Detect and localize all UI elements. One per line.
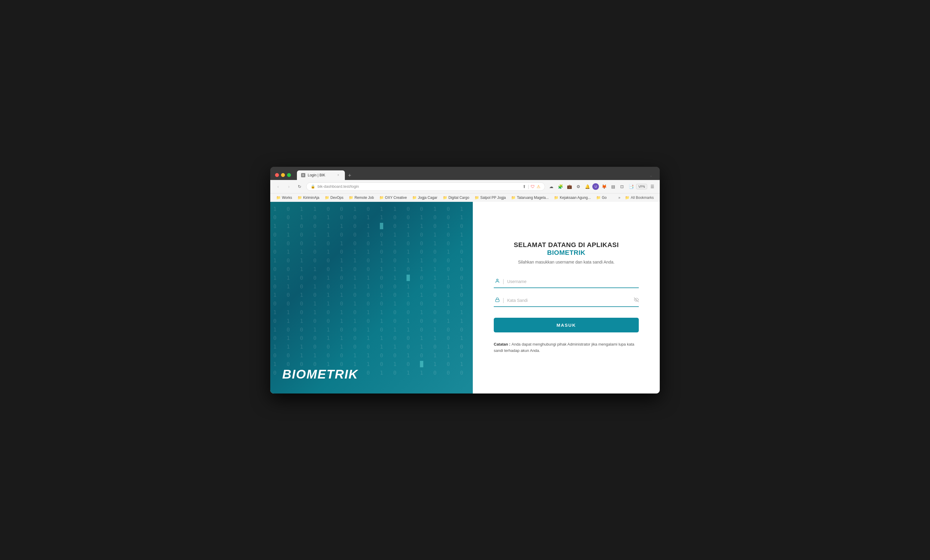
vpn-button[interactable]: VPN (636, 184, 647, 189)
all-bookmarks-button[interactable]: 📁 All Bookmarks (623, 195, 656, 201)
forward-button[interactable]: › (285, 182, 293, 191)
folder-icon: 📁 (349, 195, 353, 200)
bookmark-digital[interactable]: 📁 Digital Cargo (440, 195, 471, 201)
bookmarks-more-button[interactable]: » (617, 195, 622, 201)
svg-rect-1 (496, 300, 499, 302)
nav-bar: ‹ › ↻ 🔒 bik-dashboard.test/login ⬆ | 🛡 ⚠… (270, 180, 660, 193)
all-bookmarks-label: All Bookmarks (631, 195, 654, 200)
flame-icon[interactable]: 🦊 (600, 183, 608, 191)
password-input-group: | (494, 294, 639, 307)
warning-icon: ⚠ (537, 184, 540, 189)
user-icon (494, 278, 500, 285)
bookmarks-bar: 📁 Works 📁 KiriminAja 📁 DevOps 📁 Remote J… (270, 193, 660, 202)
active-tab[interactable]: B Login | BIK × (297, 171, 345, 180)
minimize-button[interactable] (281, 173, 285, 177)
left-panel: 1 0 1 1 0 0 1 0 1 1 0 0 1 0 1 1 0 0 1 0 … (270, 202, 473, 394)
back-button[interactable]: ‹ (274, 182, 282, 191)
notification-icon[interactable]: 🔔 (584, 183, 591, 191)
right-panel: SELAMAT DATANG DI APLIKASI BIOMETRIK Sil… (473, 202, 660, 394)
username-input[interactable] (507, 279, 639, 284)
url-path: /login (350, 184, 359, 189)
lock-icon (494, 297, 500, 303)
welcome-subtitle: Silahkan masukkan username dan kata sand… (494, 260, 639, 265)
folder-icon: 📁 (325, 195, 329, 200)
close-button[interactable] (275, 173, 279, 177)
menu-icon[interactable]: ☰ (648, 183, 656, 191)
bookmark-kejaksaan[interactable]: 📁 Kejaksaan Agung... (551, 195, 593, 201)
app-title-left: BIOMETRIK (282, 367, 358, 382)
bookmark-go[interactable]: 📁 Go (594, 195, 609, 201)
note-body: Anda dapat menghubungi pihak Administrat… (494, 342, 634, 353)
welcome-text: SELAMAT DATANG DI APLIKASI (514, 241, 619, 249)
folder-icon: 📁 (554, 195, 559, 200)
bookmark-jogja[interactable]: 📁 Jogja Cagar (410, 195, 440, 201)
bookmark-tataruang[interactable]: 📁 Tataruang Magela... (509, 195, 551, 201)
folder-icon: 📁 (474, 195, 479, 200)
bookmark-satpol[interactable]: 📁 Satpol PP Jogja (472, 195, 508, 201)
title-bar: B Login | BIK × + ⌄ (270, 167, 660, 180)
folder-icon: 📁 (443, 195, 447, 200)
bookmark-label: DevOps (331, 195, 343, 200)
bookmark-devops[interactable]: 📁 DevOps (322, 195, 346, 201)
folder-icon: 📁 (511, 195, 516, 200)
tab-favicon: B (301, 173, 305, 177)
share-icon[interactable]: ⬆ (522, 184, 526, 189)
binary-background: 1 0 1 1 0 0 1 0 1 1 0 0 1 0 1 1 0 0 1 0 … (270, 202, 473, 394)
folder-icon: 📁 (297, 195, 302, 200)
lock-icon: 🔒 (311, 185, 315, 189)
toggle-password-icon[interactable] (634, 297, 639, 303)
bookmark-label: Satpol PP Jogja (480, 195, 506, 200)
tabs-row: B Login | BIK × + (297, 171, 644, 180)
bookmark-label: Go (602, 195, 607, 200)
bookmark-label: Digital Cargo (448, 195, 469, 200)
note-text: Catatan : Anda dapat menghubungi pihak A… (494, 342, 639, 354)
input-divider: | (503, 297, 504, 303)
password-input[interactable] (507, 298, 634, 303)
sidebar-icon[interactable]: ▤ (609, 183, 617, 191)
bookmark-works[interactable]: 📁 Works (274, 195, 294, 201)
tab-close-button[interactable]: × (336, 173, 341, 178)
bookmark-label: Tataruang Magela... (517, 195, 548, 200)
page-content: 1 0 1 1 0 0 1 0 1 1 0 0 1 0 1 1 0 0 1 0 … (270, 202, 660, 394)
folder-icon: 📁 (596, 195, 601, 200)
welcome-heading: SELAMAT DATANG DI APLIKASI BIOMETRIK (494, 241, 639, 257)
svg-point-0 (496, 279, 498, 281)
traffic-lights (275, 173, 291, 177)
refresh-button[interactable]: ↻ (296, 182, 304, 191)
tab-title: Login | BIK (308, 173, 325, 177)
folder-icon: 📁 (625, 195, 630, 200)
url-base: bik-dashboard.test (317, 184, 350, 189)
note-label: Catatan : (494, 342, 511, 346)
extensions-icon[interactable]: 🧩 (556, 183, 564, 191)
welcome-highlight: BIOMETRIK (547, 249, 585, 256)
wallet-icon[interactable]: 💼 (565, 183, 573, 191)
cloud-icon[interactable]: ☁ (547, 183, 555, 191)
folder-icon: 📁 (412, 195, 417, 200)
address-bar[interactable]: 🔒 bik-dashboard.test/login ⬆ | 🛡 ⚠ (306, 182, 545, 191)
settings-icon[interactable]: ⚙ (574, 183, 582, 191)
input-divider: | (503, 278, 504, 285)
folder-icon: 📁 (379, 195, 384, 200)
bookmark-label: Works (282, 195, 292, 200)
username-input-group: | (494, 275, 639, 288)
browser-window: B Login | BIK × + ⌄ ‹ › ↻ 🔒 bik-dashboar… (270, 167, 660, 394)
bookmark-label: KiriminAja (303, 195, 319, 200)
profile-icon[interactable]: U (592, 183, 599, 190)
bookmark-remotejob[interactable]: 📁 Remote Job (346, 195, 376, 201)
bookmark-oxy[interactable]: 📁 OXY Creative (377, 195, 409, 201)
bookmark-label: Kejaksaan Agung... (560, 195, 591, 200)
chevron-down-icon[interactable]: ⌄ (647, 171, 655, 179)
address-actions: ⬆ | 🛡 ⚠ (522, 184, 541, 189)
bookmark-label: OXY Creative (385, 195, 407, 200)
bookmark-kiriminaja[interactable]: 📁 KiriminAja (295, 195, 322, 201)
new-tab-button[interactable]: + (345, 172, 354, 180)
bookmark-label: Remote Job (354, 195, 374, 200)
bookmark-label: Jogja Cagar (418, 195, 437, 200)
bookmark-icon[interactable]: 📑 (627, 183, 635, 191)
login-button[interactable]: MASUK (494, 318, 639, 332)
url-display: bik-dashboard.test/login (317, 184, 520, 189)
panels-icon[interactable]: ⊡ (618, 183, 626, 191)
maximize-button[interactable] (287, 173, 291, 177)
brave-shield-icon[interactable]: 🛡 (531, 184, 535, 189)
folder-icon: 📁 (276, 195, 281, 200)
